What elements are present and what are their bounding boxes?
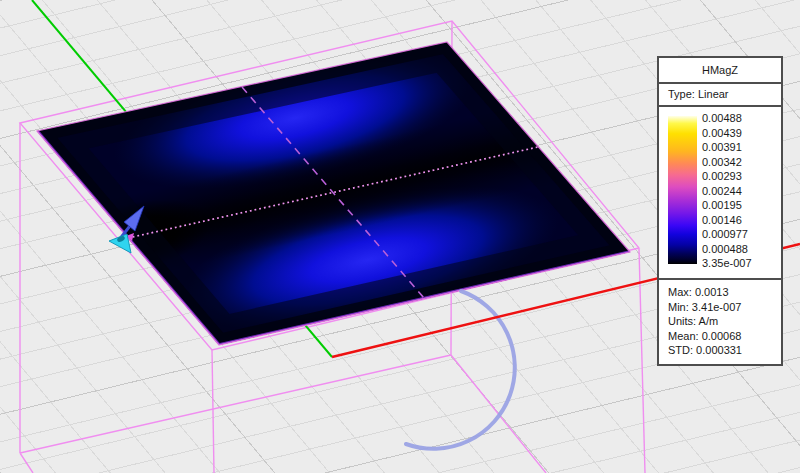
scale-value: 0.00488 [702,112,752,125]
legend-statistics: Max: 0.0013 Min: 3.41e-007 Units: A/m Me… [659,280,781,364]
field-plot-surface [37,19,630,362]
legend-scale-values: 0.00488 0.00439 0.00391 0.00342 0.00293 … [702,112,752,270]
stat-mean: Mean: 0.00068 [668,329,781,344]
scale-value: 0.00439 [702,127,752,140]
legend-colorbar [668,116,697,264]
field-legend-panel[interactable]: HMagZ Type: Linear 0.00488 0.00439 0.003… [657,56,783,366]
scale-value: 0.00195 [702,199,752,212]
scale-value: 0.00391 [702,141,752,154]
scale-value: 0.000488 [702,243,752,256]
scale-value: 0.00342 [702,156,752,169]
scale-value: 3.35e-007 [702,257,752,270]
arc-curve [406,291,515,449]
scale-value: 0.00293 [702,170,752,183]
legend-title: HMagZ [659,58,781,84]
scale-value: 0.000977 [702,228,752,241]
3d-viewport[interactable]: HMagZ Type: Linear 0.00488 0.00439 0.003… [0,0,800,473]
stat-std: STD: 0.000331 [668,343,781,358]
stat-units: Units: A/m [668,314,781,329]
legend-scale-type: Type: Linear [659,84,781,107]
scale-value: 0.00244 [702,185,752,198]
box-vertical-edge-south [212,350,214,473]
box-bottom-edges [20,355,546,473]
legend-color-scale: 0.00488 0.00439 0.00391 0.00342 0.00293 … [659,107,781,280]
stat-min: Min: 3.41e-007 [668,300,781,315]
scale-value: 0.00146 [702,214,752,227]
stat-max: Max: 0.0013 [668,285,781,300]
